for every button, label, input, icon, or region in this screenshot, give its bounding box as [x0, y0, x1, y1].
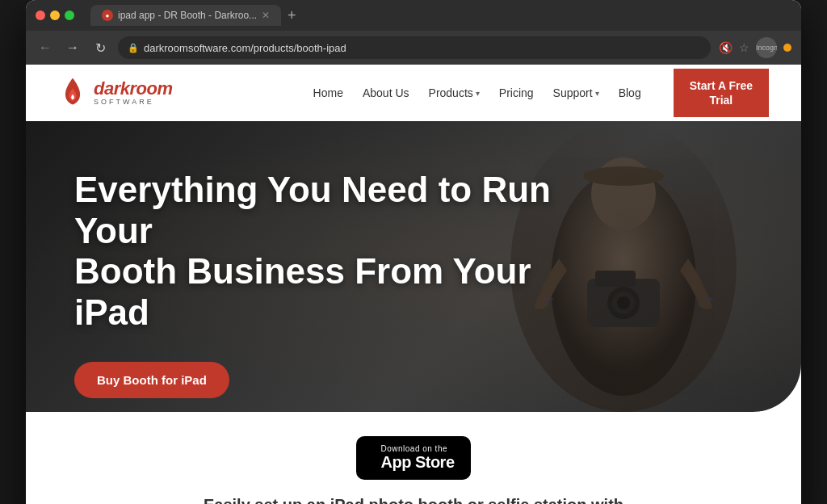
maximize-button[interactable] [65, 10, 74, 20]
tab-title-text: ipad app - DR Booth - Darkroo... [118, 10, 257, 21]
hero-content: Everything You Need to Run Your Booth Bu… [26, 121, 801, 412]
hero-section: Everything You Need to Run Your Booth Bu… [26, 121, 801, 412]
app-store-text-area: Download on the App Store [380, 444, 454, 472]
refresh-button[interactable]: ↻ [90, 40, 110, 56]
browser-window: ● ipad app - DR Booth - Darkroo... ✕ + ←… [26, 0, 801, 504]
below-tagline-text: Easily set up an iPad photo booth or sel… [204, 496, 623, 504]
nav-pricing[interactable]: Pricing [499, 86, 534, 99]
url-bar[interactable]: 🔒 darkroomsoftware.com/products/booth-ip… [118, 36, 711, 59]
back-button[interactable]: ← [36, 40, 55, 55]
nav-home[interactable]: Home [313, 86, 343, 99]
app-store-button[interactable]: Download on the App Store [356, 436, 470, 480]
tab-bar: ● ipad app - DR Booth - Darkroo... ✕ + [90, 5, 300, 26]
url-text: darkroomsoftware.com/products/booth-ipad [144, 42, 346, 54]
logo-name-text: darkroom [94, 80, 172, 98]
profile-label: Incognito [756, 44, 777, 52]
title-bar: ● ipad app - DR Booth - Darkroo... ✕ + [26, 0, 801, 31]
start-trial-button[interactable]: Start A Free Trial [674, 69, 769, 117]
nav-blog[interactable]: Blog [619, 86, 641, 99]
logo-sub-text: SOFTWARE [94, 98, 172, 106]
traffic-lights [36, 10, 74, 20]
address-actions: 🔇 ☆ Incognito [719, 37, 791, 58]
hero-title: Everything You Need to Run Your Booth Bu… [74, 170, 575, 333]
tab-favicon-icon: ● [102, 10, 113, 21]
lock-icon: 🔒 [128, 43, 139, 53]
forward-button[interactable]: → [63, 40, 82, 55]
buy-booth-ipad-button[interactable]: Buy Booth for iPad [74, 362, 229, 398]
minimize-button[interactable] [50, 10, 60, 20]
close-button[interactable] [36, 10, 45, 20]
app-store-large-text: App Store [380, 453, 454, 472]
mute-icon[interactable]: 🔇 [719, 41, 733, 54]
website-content: darkroom SOFTWARE Home About Us Products… [26, 65, 801, 504]
products-chevron-icon: ▾ [476, 89, 480, 98]
profile-indicator [783, 44, 791, 52]
bookmark-star-icon[interactable]: ☆ [739, 41, 749, 54]
site-nav: darkroom SOFTWARE Home About Us Products… [26, 65, 801, 121]
nav-about-us[interactable]: About Us [363, 86, 409, 99]
below-hero-section: Download on the App Store Easily set up … [26, 412, 801, 504]
address-bar: ← → ↻ 🔒 darkroomsoftware.com/products/bo… [26, 31, 801, 65]
nav-links: Home About Us Products ▾ Pricing Support… [313, 69, 769, 117]
new-tab-button[interactable]: + [284, 7, 300, 24]
nav-products[interactable]: Products ▾ [429, 86, 480, 99]
support-chevron-icon: ▾ [595, 89, 599, 98]
active-tab[interactable]: ● ipad app - DR Booth - Darkroo... ✕ [90, 5, 281, 26]
profile-button[interactable]: Incognito [756, 37, 777, 58]
app-store-small-text: Download on the [380, 444, 454, 453]
logo-area[interactable]: darkroom SOFTWARE [58, 77, 172, 109]
logo-text-area: darkroom SOFTWARE [94, 80, 172, 106]
logo-flame-icon [58, 77, 87, 109]
tab-close-icon[interactable]: ✕ [262, 10, 270, 21]
nav-support[interactable]: Support ▾ [553, 86, 599, 99]
